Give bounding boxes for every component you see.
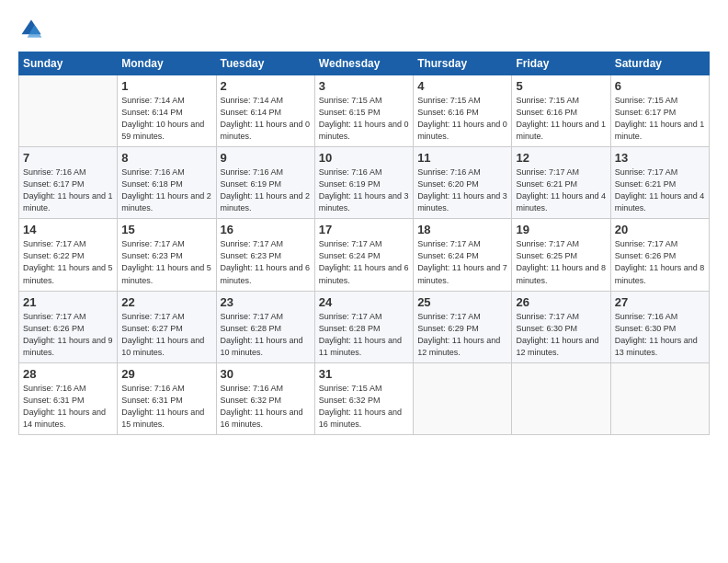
day-number: 30 [221,367,311,381]
week-row-2: 7Sunrise: 7:16 AM Sunset: 6:17 PM Daylig… [19,147,710,219]
day-number: 25 [417,295,507,309]
day-info: Sunrise: 7:17 AM Sunset: 6:22 PM Dayligh… [23,238,113,286]
day-info: Sunrise: 7:16 AM Sunset: 6:32 PM Dayligh… [221,383,311,431]
calendar-cell: 2Sunrise: 7:14 AM Sunset: 6:14 PM Daylig… [216,75,314,147]
calendar-cell: 16Sunrise: 7:17 AM Sunset: 6:23 PM Dayli… [216,219,314,291]
day-info: Sunrise: 7:14 AM Sunset: 6:14 PM Dayligh… [121,95,211,143]
day-info: Sunrise: 7:15 AM Sunset: 6:15 PM Dayligh… [319,95,409,143]
calendar-cell: 28Sunrise: 7:16 AM Sunset: 6:31 PM Dayli… [19,362,118,434]
day-number: 7 [23,151,113,165]
day-number: 4 [417,79,507,93]
day-number: 3 [319,79,409,93]
calendar-cell: 7Sunrise: 7:16 AM Sunset: 6:17 PM Daylig… [19,147,118,219]
calendar-cell: 6Sunrise: 7:15 AM Sunset: 6:17 PM Daylig… [610,75,709,147]
calendar-cell: 25Sunrise: 7:17 AM Sunset: 6:29 PM Dayli… [414,291,512,362]
day-number: 2 [221,79,311,93]
day-info: Sunrise: 7:16 AM Sunset: 6:31 PM Dayligh… [121,383,211,431]
week-row-5: 28Sunrise: 7:16 AM Sunset: 6:31 PM Dayli… [19,362,710,434]
day-info: Sunrise: 7:17 AM Sunset: 6:29 PM Dayligh… [417,311,507,359]
day-info: Sunrise: 7:17 AM Sunset: 6:30 PM Dayligh… [516,311,606,359]
calendar-cell: 14Sunrise: 7:17 AM Sunset: 6:22 PM Dayli… [19,219,118,291]
week-row-4: 21Sunrise: 7:17 AM Sunset: 6:26 PM Dayli… [19,291,710,362]
day-number: 13 [615,151,705,165]
day-number: 11 [417,151,507,165]
calendar-cell: 8Sunrise: 7:16 AM Sunset: 6:18 PM Daylig… [118,147,216,219]
calendar-cell [512,362,610,434]
day-info: Sunrise: 7:17 AM Sunset: 6:23 PM Dayligh… [221,238,311,286]
day-number: 31 [319,367,409,381]
week-row-1: 1Sunrise: 7:14 AM Sunset: 6:14 PM Daylig… [19,75,710,147]
day-number: 23 [221,295,311,309]
day-info: Sunrise: 7:17 AM Sunset: 6:24 PM Dayligh… [319,238,409,286]
day-info: Sunrise: 7:16 AM Sunset: 6:19 PM Dayligh… [221,167,311,214]
day-number: 24 [319,295,409,309]
day-info: Sunrise: 7:17 AM Sunset: 6:27 PM Dayligh… [121,311,211,359]
calendar-cell: 9Sunrise: 7:16 AM Sunset: 6:19 PM Daylig… [216,147,314,219]
calendar-cell: 29Sunrise: 7:16 AM Sunset: 6:31 PM Dayli… [118,362,216,434]
calendar-page: SundayMondayTuesdayWednesdayThursdayFrid… [0,0,728,563]
calendar-cell: 10Sunrise: 7:16 AM Sunset: 6:19 PM Dayli… [314,147,413,219]
day-number: 10 [319,151,409,165]
calendar-cell: 26Sunrise: 7:17 AM Sunset: 6:30 PM Dayli… [512,291,610,362]
day-number: 22 [121,295,211,309]
weekday-header-tuesday: Tuesday [216,52,314,75]
day-number: 5 [516,79,606,93]
calendar-cell: 19Sunrise: 7:17 AM Sunset: 6:25 PM Dayli… [512,219,610,291]
weekday-header-wednesday: Wednesday [314,52,413,75]
calendar-cell: 24Sunrise: 7:17 AM Sunset: 6:28 PM Dayli… [314,291,413,362]
calendar-table: SundayMondayTuesdayWednesdayThursdayFrid… [18,52,710,435]
day-number: 26 [516,295,606,309]
day-number: 15 [121,223,211,236]
day-info: Sunrise: 7:17 AM Sunset: 6:25 PM Dayligh… [516,238,606,286]
weekday-header-thursday: Thursday [414,52,512,75]
calendar-cell [610,362,709,434]
day-number: 29 [121,367,211,381]
day-number: 14 [23,223,113,236]
day-info: Sunrise: 7:15 AM Sunset: 6:16 PM Dayligh… [516,95,606,143]
calendar-cell: 21Sunrise: 7:17 AM Sunset: 6:26 PM Dayli… [19,291,118,362]
day-info: Sunrise: 7:16 AM Sunset: 6:31 PM Dayligh… [23,383,113,431]
calendar-cell: 15Sunrise: 7:17 AM Sunset: 6:23 PM Dayli… [118,219,216,291]
calendar-cell: 27Sunrise: 7:16 AM Sunset: 6:30 PM Dayli… [610,291,709,362]
calendar-cell: 1Sunrise: 7:14 AM Sunset: 6:14 PM Daylig… [118,75,216,147]
logo [18,17,48,42]
day-info: Sunrise: 7:16 AM Sunset: 6:30 PM Dayligh… [615,311,705,359]
day-info: Sunrise: 7:15 AM Sunset: 6:17 PM Dayligh… [615,95,705,143]
calendar-cell: 31Sunrise: 7:15 AM Sunset: 6:32 PM Dayli… [314,362,413,434]
week-row-3: 14Sunrise: 7:17 AM Sunset: 6:22 PM Dayli… [19,219,710,291]
day-info: Sunrise: 7:14 AM Sunset: 6:14 PM Dayligh… [221,95,311,143]
day-info: Sunrise: 7:17 AM Sunset: 6:26 PM Dayligh… [23,311,113,359]
calendar-cell: 20Sunrise: 7:17 AM Sunset: 6:26 PM Dayli… [610,219,709,291]
day-number: 21 [23,295,113,309]
weekday-header-friday: Friday [512,52,610,75]
calendar-cell: 30Sunrise: 7:16 AM Sunset: 6:32 PM Dayli… [216,362,314,434]
day-info: Sunrise: 7:17 AM Sunset: 6:28 PM Dayligh… [319,311,409,359]
day-info: Sunrise: 7:16 AM Sunset: 6:18 PM Dayligh… [121,167,211,214]
day-info: Sunrise: 7:17 AM Sunset: 6:26 PM Dayligh… [615,238,705,286]
day-info: Sunrise: 7:16 AM Sunset: 6:20 PM Dayligh… [417,167,507,214]
calendar-cell: 18Sunrise: 7:17 AM Sunset: 6:24 PM Dayli… [414,219,512,291]
day-info: Sunrise: 7:17 AM Sunset: 6:23 PM Dayligh… [121,238,211,286]
day-number: 9 [221,151,311,165]
calendar-cell: 17Sunrise: 7:17 AM Sunset: 6:24 PM Dayli… [314,219,413,291]
calendar-cell: 12Sunrise: 7:17 AM Sunset: 6:21 PM Dayli… [512,147,610,219]
day-info: Sunrise: 7:15 AM Sunset: 6:32 PM Dayligh… [319,383,409,431]
day-number: 1 [121,79,211,93]
day-number: 27 [615,295,705,309]
calendar-cell: 4Sunrise: 7:15 AM Sunset: 6:16 PM Daylig… [414,75,512,147]
day-info: Sunrise: 7:16 AM Sunset: 6:17 PM Dayligh… [23,167,113,214]
day-info: Sunrise: 7:17 AM Sunset: 6:28 PM Dayligh… [221,311,311,359]
calendar-cell [414,362,512,434]
weekday-header-sunday: Sunday [19,52,118,75]
weekday-header-row: SundayMondayTuesdayWednesdayThursdayFrid… [19,52,710,75]
calendar-cell: 5Sunrise: 7:15 AM Sunset: 6:16 PM Daylig… [512,75,610,147]
day-number: 6 [615,79,705,93]
day-info: Sunrise: 7:15 AM Sunset: 6:16 PM Dayligh… [417,95,507,143]
day-info: Sunrise: 7:16 AM Sunset: 6:19 PM Dayligh… [319,167,409,214]
weekday-header-monday: Monday [118,52,216,75]
calendar-cell: 3Sunrise: 7:15 AM Sunset: 6:15 PM Daylig… [314,75,413,147]
day-info: Sunrise: 7:17 AM Sunset: 6:24 PM Dayligh… [417,238,507,286]
day-info: Sunrise: 7:17 AM Sunset: 6:21 PM Dayligh… [516,167,606,214]
day-number: 8 [121,151,211,165]
day-number: 19 [516,223,606,236]
